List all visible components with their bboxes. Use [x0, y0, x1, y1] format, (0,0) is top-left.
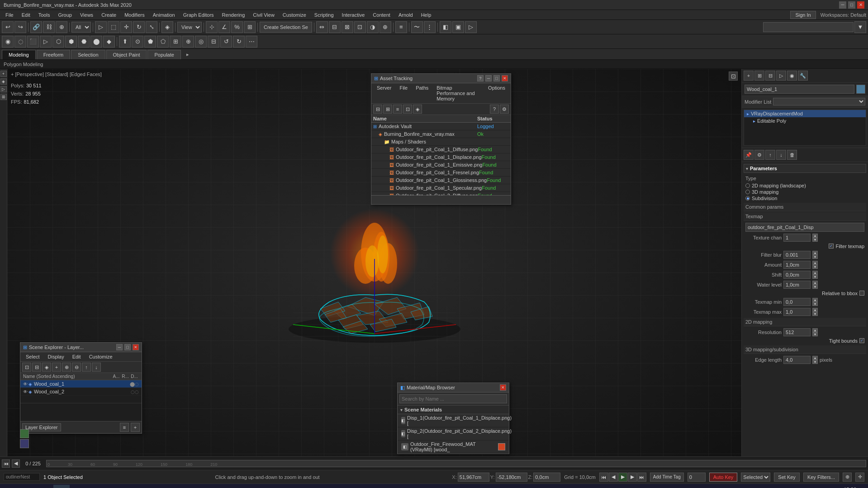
rp-icon-utilities[interactable]: 🔧 [798, 71, 808, 81]
taskbar-app5-button[interactable]: 📧 [208, 485, 224, 488]
asset-tracking-close[interactable]: ✕ [502, 75, 508, 81]
filter-blur-up[interactable]: ▲ [812, 251, 818, 255]
at-row-img-3[interactable]: 🖼 Outdoor_fire_pit_Coal_1_Emissive.png F… [371, 161, 511, 169]
reference-button[interactable]: ◈ [161, 21, 173, 33]
explorer-menu-select[interactable]: Select [22, 353, 43, 360]
at-toolbar-btn-1[interactable]: ⊟ [373, 105, 382, 114]
amount-up[interactable]: ▲ [812, 261, 818, 265]
scene-materials-header[interactable]: ▾ Scene Materials [398, 406, 509, 414]
at-row-maps-folder[interactable]: 📁 Maps / Shaders [371, 138, 511, 146]
target-weld-button[interactable]: ◎ [195, 36, 207, 48]
menu-help[interactable]: Help [417, 11, 435, 19]
at-row-img-6[interactable]: 🖼 Outdoor_fire_pit_Coal_1_Specular.png F… [371, 184, 511, 192]
align-button[interactable]: ⊟ [329, 21, 341, 33]
taskbar-app1-button[interactable]: 🖥 [139, 485, 156, 488]
menu-rendering[interactable]: Rendering [218, 11, 249, 19]
shift-down[interactable]: ▼ [812, 275, 818, 279]
mat-item-2[interactable]: ◧ Disp_2(Outdoor_fire_pit_Coal_2_Displac… [398, 427, 509, 440]
left-tool-3[interactable]: ▷ [0, 86, 7, 92]
explorer-menu-customize[interactable]: Customize [85, 353, 116, 360]
at-menu-options[interactable]: Options [484, 84, 509, 102]
timeline-prev-btn[interactable]: ◀ [12, 459, 20, 468]
snap-button[interactable]: ⊹ [206, 21, 218, 33]
tab-extras[interactable]: ▸ [182, 50, 194, 59]
select-obj-button[interactable]: ▷ [40, 36, 52, 48]
close-button[interactable]: ✕ [857, 1, 864, 9]
at-toolbar-settings[interactable]: ⚙ [500, 105, 509, 114]
sign-in-button[interactable]: Sign In [790, 11, 816, 19]
loop-button[interactable]: ↺ [220, 36, 232, 48]
menu-graph-editors[interactable]: Graph Editors [180, 11, 218, 19]
angle-snap-button[interactable]: ∠ [218, 21, 230, 33]
modifier-color-btn[interactable] [856, 85, 865, 94]
radio-2d-mapping[interactable]: 2D mapping (landscape) [745, 183, 864, 188]
erase-button[interactable]: ◌ [14, 36, 26, 48]
texture-chan-down[interactable]: ▼ [812, 238, 818, 242]
at-row-max-file[interactable]: ◈ Burning_Bonfire_max_vray.max Ok [371, 130, 511, 138]
asset-tracking-titlebar[interactable]: ⊞ Asset Tracking ? ─ □ ✕ [371, 74, 511, 83]
modifier-stack-vray[interactable]: ▸ VRayDisplacementMod [744, 110, 866, 117]
selected-dropdown[interactable]: Selected [741, 473, 770, 482]
water-level-input[interactable] [783, 281, 811, 289]
mod-icon-pin[interactable]: 📌 [744, 150, 754, 160]
play-prev-btn[interactable]: ◀ [609, 473, 618, 482]
explorer-item-wood-coal-2[interactable]: 👁 ◈ Wood_coal_2 ◌ ◌ [20, 388, 142, 396]
nav-zoom-btn[interactable]: ⊕ [843, 473, 852, 482]
resolution-up[interactable]: ▲ [812, 328, 818, 332]
create-selection-button[interactable]: Create Selection Se [260, 22, 312, 33]
mirror-button[interactable]: ⇔ [316, 21, 328, 33]
filter-blur-down[interactable]: ▼ [812, 255, 818, 259]
taskbar-search-button[interactable]: 🔍 [19, 485, 35, 488]
taskbar-taskview-button[interactable]: ⬚ [36, 485, 52, 488]
filter-dropdown[interactable]: All [71, 22, 91, 33]
set-key-button[interactable]: Set Key [774, 473, 800, 482]
spinner-snap-button[interactable]: ⊞ [244, 21, 256, 33]
asset-tracking-help[interactable]: ? [477, 75, 484, 81]
align-view-button[interactable]: ⊠ [342, 21, 353, 33]
menu-tools[interactable]: Tools [35, 11, 54, 19]
weld-button[interactable]: ⊕ [182, 36, 194, 48]
taskbar-app2-button[interactable]: 💡 [157, 485, 173, 488]
rp-icon-modify[interactable]: ⊞ [754, 71, 764, 81]
radio-3d-mapping[interactable]: 3D mapping [745, 189, 864, 195]
mod-icon-config[interactable]: ⚙ [754, 150, 764, 160]
maximize-button[interactable]: □ [848, 1, 855, 9]
explorer-icon-6[interactable]: ⊖ [72, 363, 81, 372]
filter-blur-input[interactable] [783, 251, 811, 259]
mod-icon-delete[interactable]: 🗑 [787, 150, 797, 160]
layer-icon-btn-2[interactable]: + [131, 423, 140, 432]
bevel-button[interactable]: ⬟ [144, 36, 156, 48]
shift-input[interactable] [783, 271, 811, 279]
menu-content[interactable]: Content [369, 11, 394, 19]
material-search-input[interactable] [399, 394, 507, 403]
explorer-menu-display[interactable]: Display [44, 353, 68, 360]
play-btn[interactable]: ▶ [618, 473, 627, 482]
at-toolbar-btn-3[interactable]: ≡ [393, 105, 402, 114]
menu-customize[interactable]: Customize [279, 11, 310, 19]
material-browser-close[interactable]: ✕ [500, 384, 506, 391]
explorer-menu-edit[interactable]: Edit [69, 353, 85, 360]
modifier-name-input[interactable] [745, 85, 854, 94]
tab-freeform[interactable]: Freeform [37, 50, 71, 59]
taskbar-explorer-button[interactable]: 📁 [71, 485, 87, 488]
asset-tracking-minimize[interactable]: ─ [485, 75, 492, 81]
relative-bbox-checkbox[interactable] [859, 291, 864, 296]
taskbar-chrome-button[interactable]: 🌐 [88, 485, 104, 488]
explorer-icon-4[interactable]: + [52, 363, 61, 372]
menu-views[interactable]: Views [76, 11, 97, 19]
at-toolbar-btn-5[interactable]: ◈ [413, 105, 422, 114]
rp-icon-display[interactable]: ◉ [787, 71, 797, 81]
link-button[interactable]: 🔗 [30, 21, 42, 33]
select-border-button[interactable]: ⬤ [90, 36, 102, 48]
at-row-img-5[interactable]: 🖼 Outdoor_fire_pit_Coal_1_Glossiness.png… [371, 177, 511, 184]
texmap-max-up[interactable]: ▲ [812, 308, 818, 312]
menu-animation[interactable]: Animation [149, 11, 179, 19]
tab-selection[interactable]: Selection [71, 50, 105, 59]
coord-x-input[interactable] [458, 473, 489, 482]
play-next-btn[interactable]: ▶ [628, 473, 637, 482]
texmap-min-up[interactable]: ▲ [812, 298, 818, 302]
percent-snap-button[interactable]: % [231, 21, 243, 33]
select-vert-button[interactable]: ⬢ [65, 36, 77, 48]
at-menu-bitmap[interactable]: Bitmap Performance and Memory [433, 84, 484, 102]
rp-icon-create[interactable]: + [744, 71, 754, 81]
